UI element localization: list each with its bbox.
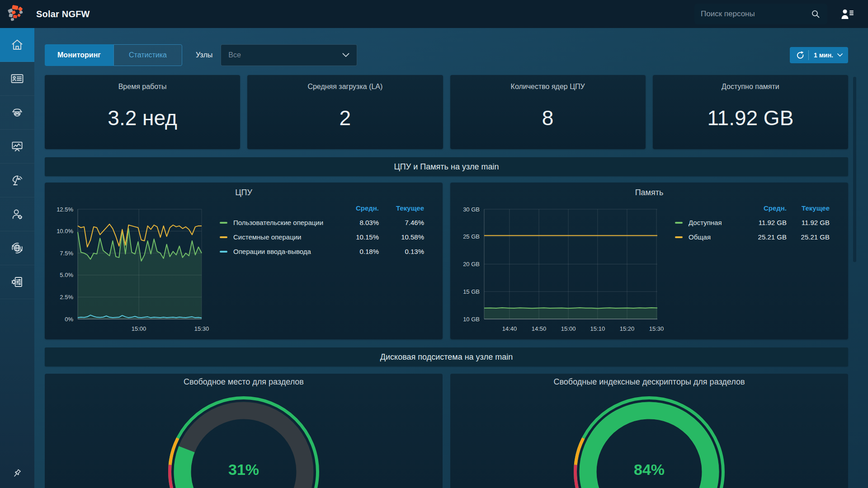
legend-series-label: Системные операции [233,233,301,241]
user-menu-button[interactable] [838,6,856,22]
nodes-select-value: Все [228,51,342,59]
svg-text:10 GB: 10 GB [463,316,480,323]
sidebar-item-logs[interactable] [0,265,34,299]
topbar: Solar NGFW [0,0,868,28]
sidebar-spacer [0,299,34,459]
legend-header-current: Текущее [379,204,424,212]
sidebar-item-persons[interactable] [0,62,34,96]
police-officer-icon [10,106,24,119]
legend-series-label: Операции ввода-вывода [233,248,311,255]
svg-text:14:40: 14:40 [502,325,517,332]
series-color-dash [675,222,683,224]
stat-card-cpu-cores: Количество ядер ЦПУ 8 [450,75,646,149]
stat-card-value: 2 [247,106,443,130]
pushpin-icon [11,468,23,479]
legend-avg-value: 8.03% [339,219,379,226]
disk-space-gauge-panel: Свободное место для разделов 31% [45,374,443,488]
controls-row: Мониторинг Статистика Узлы Все 1 мин. [45,44,848,66]
solar-logo-icon [6,4,26,24]
id-card-icon [10,72,24,85]
stat-card-title: Доступно памяти [653,75,848,91]
legend-series-io-ops[interactable]: Операции ввода-вывода [220,248,339,255]
legend-avg-value: 25.21 GB [743,233,787,241]
stat-card-title: Средняя загрузка (LA) [247,75,443,91]
disk-space-gauge-title: Свободное место для разделов [45,377,443,387]
nodes-select[interactable]: Все [221,44,357,66]
sidebar-item-network[interactable] [0,231,34,265]
satellite-dish-icon [10,174,24,187]
svg-text:20 GB: 20 GB [463,261,480,267]
legend-series-label: Доступная [689,219,722,226]
app-title: Solar NGFW [36,9,90,19]
disk-inodes-gauge-panel: Свободные индексные дескрипторы для разд… [450,374,848,488]
stat-cards-row: Время работы 3.2 нед Средняя загрузка (L… [45,75,848,149]
disk-inodes-gauge-title: Свободные индексные дескрипторы для разд… [450,377,848,387]
legend-header-avg: Средн. [339,204,379,212]
section-header-cpu-memory: ЦПУ и Память на узле main [45,157,848,176]
cpu-legend: Средн. Текущее Пользовательские операции… [220,204,424,255]
stat-card-title: Количество ядер ЦПУ [450,75,646,91]
user-list-icon [840,8,854,20]
chevron-down-icon [342,53,349,57]
legend-current-value: 7.46% [379,219,424,226]
person-search-input[interactable] [701,9,810,19]
refresh-interval-label: 1 мин. [814,52,833,59]
svg-text:10.0%: 10.0% [57,228,73,235]
legend-avg-value: 10.15% [339,233,379,241]
stat-card-uptime: Время работы 3.2 нед [45,75,240,149]
sidebar-item-administrators[interactable] [0,197,34,231]
sidebar-pin-button[interactable] [0,459,34,488]
legend-avg-value: 11.92 GB [743,219,787,226]
stat-card-load-average: Средняя загрузка (LA) 2 [247,75,443,149]
user-settings-icon [10,207,24,221]
legend-header-avg: Средн. [743,204,787,212]
disk-space-gauge-value: 31% [45,461,443,479]
disk-inodes-gauge-value: 84% [450,461,848,479]
legend-series-label: Пользовательские операции [233,219,323,226]
stat-card-value: 3.2 нед [45,106,240,130]
svg-text:5.0%: 5.0% [60,272,73,278]
sidebar-item-officers[interactable] [0,96,34,130]
stat-card-value: 8 [450,106,646,130]
legend-current-value: 0.13% [379,248,424,255]
series-color-dash [675,236,683,238]
stat-card-available-memory: Доступно памяти 11.92 GB [653,75,848,149]
chevron-down-icon [837,53,843,57]
sidebar-item-home[interactable] [0,28,34,62]
stat-card-value: 11.92 GB [653,106,848,130]
charts-row: ЦПУ 12.5%10.0%7.5%5.0%2.5%0%15:0015:30 С… [45,183,848,339]
memory-legend: Средн. Текущее Доступная 11.92 GB 11.92 … [675,204,830,241]
svg-text:25 GB: 25 GB [463,233,480,240]
svg-text:15:10: 15:10 [590,325,605,332]
sidebar-item-monitoring[interactable] [0,130,34,164]
tab-monitoring[interactable]: Мониторинг [45,44,113,66]
legend-series-available[interactable]: Доступная [675,219,743,226]
svg-text:30 GB: 30 GB [463,206,480,213]
legend-series-system-ops[interactable]: Системные операции [220,233,339,241]
nodes-label: Узлы [196,51,212,59]
stat-card-title: Время работы [45,75,240,91]
legend-current-value: 10.58% [379,233,424,241]
refresh-divider [808,50,809,60]
view-tabs: Мониторинг Статистика [45,44,182,66]
search-icon[interactable] [810,9,821,19]
svg-text:15:30: 15:30 [649,325,664,332]
series-color-dash [220,222,227,224]
legend-series-user-ops[interactable]: Пользовательские операции [220,219,339,226]
legend-series-total[interactable]: Общая [675,233,743,241]
tab-statistics[interactable]: Статистика [113,44,182,66]
legend-series-label: Общая [689,233,711,241]
legend-current-value: 11.92 GB [787,219,830,226]
home-icon [10,38,24,52]
log-settings-icon [10,275,24,289]
sidebar-item-telemetry[interactable] [0,164,34,197]
scrollbar-thumb[interactable] [853,77,856,262]
series-color-dash [220,251,227,253]
cpu-chart-panel: ЦПУ 12.5%10.0%7.5%5.0%2.5%0%15:0015:30 С… [45,183,443,339]
section-header-disk: Дисковая подсистема на узле main [45,347,848,366]
svg-text:0%: 0% [65,316,73,323]
svg-text:15:30: 15:30 [194,325,209,332]
main-content: Мониторинг Статистика Узлы Все 1 мин. Вр… [34,28,868,488]
monitoring-board-icon [10,140,24,153]
refresh-interval-button[interactable]: 1 мин. [790,47,848,63]
